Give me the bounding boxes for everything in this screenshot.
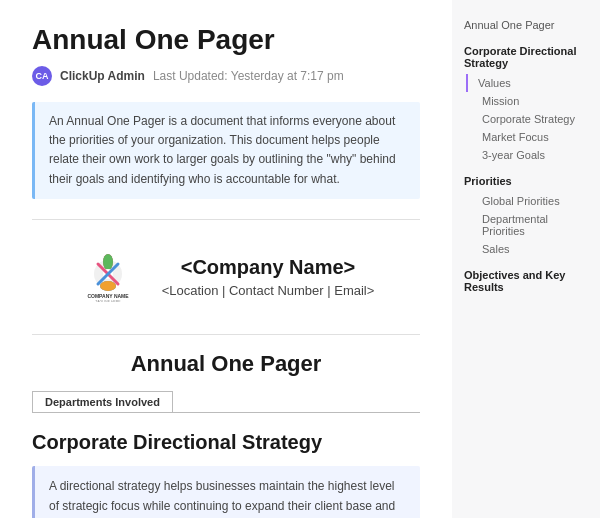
- sidebar-item-values[interactable]: Values: [466, 74, 588, 92]
- last-updated: Last Updated: Yesterday at 7:17 pm: [153, 69, 344, 83]
- sidebar-item-dept-priorities[interactable]: Departmental Priorities: [464, 210, 588, 240]
- company-logo-icon: COMPANY NAME TAGLINE HERE: [78, 252, 138, 302]
- company-name: <Company Name>: [162, 256, 375, 279]
- company-info: <Company Name> <Location | Contact Numbe…: [162, 256, 375, 298]
- corp-info-box: A directional strategy helps businesses …: [32, 466, 420, 518]
- avatar: CA: [32, 66, 52, 86]
- section-title: Annual One Pager: [32, 351, 420, 377]
- page-title: Annual One Pager: [32, 24, 420, 56]
- departments-tag[interactable]: Departments Involved: [32, 391, 173, 412]
- sidebar-item-global-priorities[interactable]: Global Priorities: [464, 192, 588, 210]
- corp-desc-1: A directional strategy helps businesses …: [49, 476, 406, 518]
- sidebar-item-sales[interactable]: Sales: [464, 240, 588, 258]
- sidebar-section-okr[interactable]: Objectives and Key Results: [464, 266, 588, 296]
- divider-2: [32, 334, 420, 335]
- info-box-text: An Annual One Pager is a document that i…: [49, 112, 406, 189]
- svg-point-3: [103, 254, 113, 270]
- svg-point-4: [100, 281, 116, 291]
- sidebar-item-3year-goals[interactable]: 3-year Goals: [464, 146, 588, 164]
- company-logo: COMPANY NAME TAGLINE HERE: [78, 252, 138, 302]
- author-name: ClickUp Admin: [60, 69, 145, 83]
- sidebar-item-mission[interactable]: Mission: [464, 92, 588, 110]
- author-row: CA ClickUp Admin Last Updated: Yesterday…: [32, 66, 420, 86]
- divider-1: [32, 219, 420, 220]
- tag-container: Departments Involved: [32, 391, 420, 413]
- svg-text:COMPANY NAME: COMPANY NAME: [87, 293, 129, 299]
- sidebar-top-item[interactable]: Annual One Pager: [464, 16, 588, 34]
- sidebar-item-corp-strategy[interactable]: Corporate Strategy: [464, 110, 588, 128]
- sidebar-section-corporate[interactable]: Corporate Directional Strategy: [464, 42, 588, 72]
- company-section: COMPANY NAME TAGLINE HERE <Company Name>…: [32, 236, 420, 318]
- svg-text:TAGLINE HERE: TAGLINE HERE: [95, 300, 121, 302]
- sidebar-section-priorities[interactable]: Priorities: [464, 172, 588, 190]
- company-subtitle: <Location | Contact Number | Email>: [162, 283, 375, 298]
- sidebar-item-market-focus[interactable]: Market Focus: [464, 128, 588, 146]
- sidebar: Annual One Pager Corporate Directional S…: [452, 0, 600, 518]
- main-content: Annual One Pager CA ClickUp Admin Last U…: [0, 0, 452, 518]
- info-box: An Annual One Pager is a document that i…: [32, 102, 420, 199]
- corp-title: Corporate Directional Strategy: [32, 431, 420, 454]
